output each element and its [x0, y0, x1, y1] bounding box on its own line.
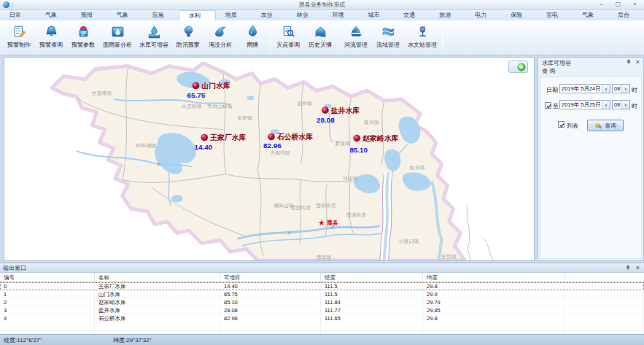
town-label: 天供山林场	[207, 104, 233, 109]
menu-tab-17[interactable]: 后台管理	[608, 10, 644, 20]
menu-tab-6[interactable]: 地质灾害	[216, 10, 252, 20]
ribbon-toolbar: 预警制作预警查询预警参数面雨量分析水库可增容防汛预案淹没分析雨情灾点查询历史灾情…	[0, 20, 644, 55]
chevron-down-icon[interactable]: ∨	[621, 85, 629, 93]
menu-tab-3[interactable]: 气象预警	[107, 10, 143, 20]
reservoir-name-label: 盐井水库	[330, 106, 360, 115]
menu-tab-0[interactable]: 日常业务	[0, 10, 36, 20]
reservoir-marker[interactable]	[193, 82, 199, 89]
table-cell	[565, 290, 644, 298]
status-latitude: 纬度:29°37'32"	[113, 336, 151, 344]
menu-tabs: 日常业务气象信息预报制作气象预警应急气象水利气象地质灾害农业气象林业气象环境气象…	[0, 10, 644, 20]
map-panel[interactable]: 甘溪滩镇火连坡镇天供山林场金罗镇盐井镇复兴镇码头铺镇梦溪镇大堰垱镇如东镇河南镇城…	[4, 57, 535, 261]
ribbon-button-search-doc[interactable]: 灾点查询	[272, 22, 304, 54]
reservoir-marker[interactable]	[201, 134, 208, 141]
ribbon-button-wave[interactable]: 淹没分析	[204, 22, 236, 54]
ribbon-button-sailboat[interactable]: 河流管理	[340, 22, 372, 54]
menu-tab-15[interactable]: 雷电预警	[537, 10, 573, 20]
ribbon-button-doc-edit[interactable]: 预警制作	[3, 22, 35, 54]
ribbon-button-label: 淹没分析	[209, 41, 232, 49]
to-label: 至	[553, 102, 559, 110]
table-row[interactable]: 4石公桥水库82.96111.6529.8	[0, 314, 644, 322]
wave-icon	[213, 24, 228, 39]
menu-tab-12[interactable]: 旅游气象	[430, 10, 465, 20]
ribbon-button-label: 预警制作	[7, 41, 31, 49]
menu-tab-9[interactable]: 环境气象	[322, 10, 358, 20]
table-cell: 111.5	[321, 290, 423, 298]
ribbon-button-label: 水文站管理	[408, 41, 437, 49]
table-cell: 0	[0, 282, 95, 290]
menu-tab-14[interactable]: 保险气象	[501, 10, 537, 20]
panel-close-icon[interactable]: ×	[636, 58, 640, 66]
list-checkbox[interactable]	[558, 121, 565, 128]
ribbon-button-label: 历史灾情	[309, 41, 332, 49]
query-button[interactable]: 查询	[587, 120, 624, 131]
ribbon-button-drop[interactable]: 雨情	[236, 22, 268, 54]
table-row[interactable]: 1山门水库65.75111.529.9	[0, 290, 644, 298]
table-cell	[565, 282, 644, 290]
town-label: 码头铺镇	[136, 143, 157, 149]
ribbon-button-buoy[interactable]: 水文站管理	[404, 22, 441, 54]
map-expand-control[interactable]	[508, 61, 528, 73]
chevron-down-icon[interactable]: ∨	[602, 101, 610, 109]
menu-tab-11[interactable]: 交通预报	[394, 10, 430, 20]
menu-tab-5[interactable]: 水利气象	[179, 10, 216, 20]
ribbon-button-bell[interactable]: 预警查询	[35, 22, 67, 54]
title-bar: | 澧县业务制作系统 – ▢ ×	[0, 0, 644, 10]
table-row[interactable]: 3盐井水库28.08111.7729.85	[0, 306, 644, 314]
ribbon-button-house-flood[interactable]: 历史灾情	[304, 22, 336, 54]
menu-tab-7[interactable]: 农业气象	[252, 10, 287, 20]
start-date-select[interactable]: 2019年 5月24日 ∨	[559, 84, 610, 93]
reservoir-marker[interactable]	[354, 135, 360, 142]
close-button[interactable]: ×	[629, 1, 641, 9]
status-longitude: 经度:112°6'27"	[4, 336, 113, 344]
menu-tab-13[interactable]: 电力气象	[465, 10, 501, 20]
panel-tab-query[interactable]: 查 询	[542, 67, 555, 75]
start-hour-select[interactable]: 08 ∨	[612, 84, 630, 93]
chevron-down-icon[interactable]: ∨	[621, 101, 629, 109]
check-icon	[546, 103, 552, 109]
end-hour-select[interactable]: 08 ∨	[612, 100, 630, 109]
menu-tab-2[interactable]: 预报制作	[71, 10, 107, 20]
end-hour-value: 08	[614, 101, 620, 108]
ribbon-button-siren[interactable]: 预警参数	[67, 22, 99, 54]
ribbon-button-label: 面雨量分析	[103, 41, 132, 49]
table-cell: 赵家峪水库	[95, 298, 220, 306]
table-row[interactable]	[0, 322, 644, 330]
reservoir-marker[interactable]	[322, 106, 328, 113]
table-row[interactable]: 2赵家峪水库85.10111.8429.79	[0, 298, 644, 306]
reservoir-marker[interactable]	[268, 133, 274, 140]
menu-tab-1[interactable]: 气象信息	[36, 10, 71, 20]
output-close-icon[interactable]: ×	[636, 264, 640, 271]
zoom-in-icon[interactable]	[517, 63, 526, 71]
ribbon-group-separator	[270, 24, 271, 52]
column-header: 编号	[0, 273, 95, 282]
rain-box-icon	[110, 24, 125, 39]
pin-icon[interactable]	[626, 59, 632, 65]
ribbon-button-reservoir[interactable]: 水库可增容	[136, 22, 172, 54]
county-map[interactable]: 甘溪滩镇火连坡镇天供山林场金罗镇盐井镇复兴镇码头铺镇梦溪镇大堰垱镇如东镇河南镇城…	[4, 58, 534, 260]
minimize-button[interactable]: –	[595, 1, 608, 9]
reservoir-name-label: 王家厂水库	[209, 133, 246, 142]
town-label: 盐井镇	[297, 101, 312, 106]
menu-tab-10[interactable]: 城市内涝	[358, 10, 394, 20]
table-cell: 3	[0, 306, 95, 314]
siren-icon	[76, 24, 91, 39]
reservoir-name-label: 赵家峪水库	[362, 134, 398, 142]
column-header: 纬度	[423, 273, 565, 282]
menu-tab-16[interactable]: 气象指数	[573, 10, 608, 20]
table-cell	[220, 322, 321, 330]
maximize-button[interactable]: ▢	[612, 1, 624, 9]
ribbon-button-rain-box[interactable]: 面雨量分析	[99, 22, 136, 54]
table-cell: 4	[0, 314, 95, 322]
table-row[interactable]: 0王家厂水库14.40111.529.8	[0, 282, 644, 290]
check-icon	[559, 122, 565, 128]
end-date-select[interactable]: 2019年 5月25日 ∨	[559, 100, 610, 109]
ribbon-button-bulb[interactable]: 防汛预案	[172, 22, 204, 54]
menu-tab-8[interactable]: 林业气象	[287, 10, 323, 20]
menu-tab-4[interactable]: 应急气象	[143, 10, 179, 20]
town-label: 火连坡镇	[182, 104, 202, 109]
chevron-down-icon[interactable]: ∨	[602, 85, 610, 93]
to-date-checkbox[interactable]	[545, 102, 551, 109]
ribbon-button-waves[interactable]: 流域管理	[372, 22, 404, 54]
pin-icon[interactable]	[625, 265, 631, 271]
